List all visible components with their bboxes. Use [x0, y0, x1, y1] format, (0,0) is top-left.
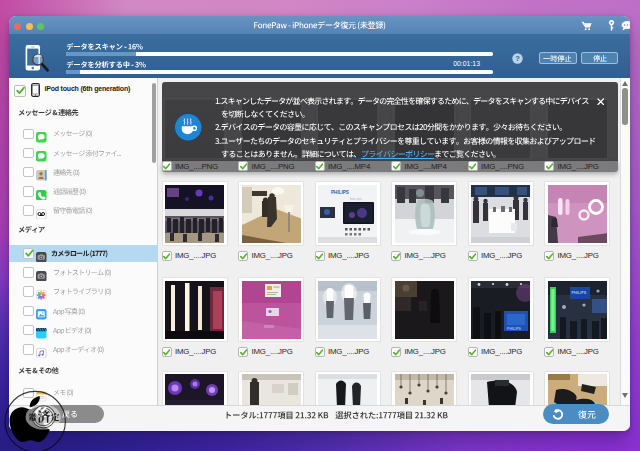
svg-text:?: ?: [515, 54, 520, 63]
svg-text:PHILIPS: PHILIPS: [507, 326, 522, 330]
svg-text:PHILIPS: PHILIPS: [571, 291, 586, 295]
svg-text:PHILIPS: PHILIPS: [331, 190, 349, 195]
svg-text:hue sync: hue sync: [350, 196, 363, 200]
